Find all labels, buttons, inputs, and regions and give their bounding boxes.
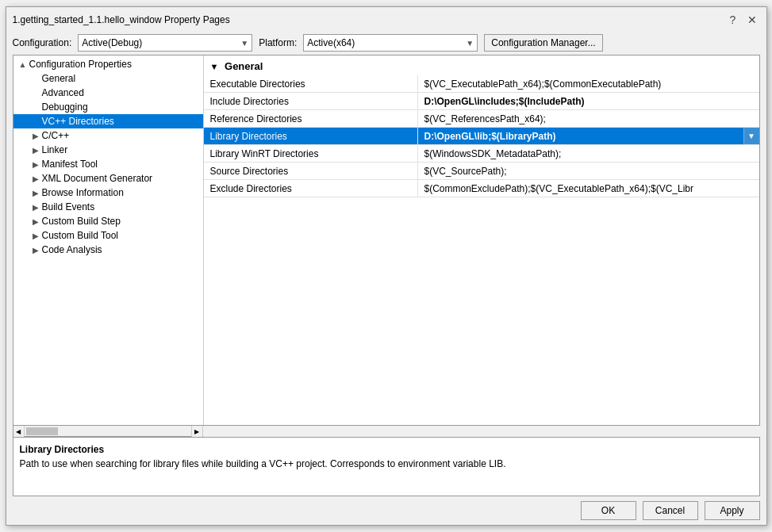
tree-label: C/C++ <box>42 130 70 141</box>
config-combo[interactable]: Active(Debug) ▼ <box>78 34 252 52</box>
apply-button[interactable]: Apply <box>705 501 760 520</box>
horiz-scrollbar[interactable] <box>25 426 191 436</box>
tree-item-custom-build-tool[interactable]: ▶ Custom Build Tool <box>13 228 203 243</box>
prop-row-exec-dirs[interactable]: Executable Directories $(VC_ExecutablePa… <box>204 75 759 93</box>
expand-icon: ▶ <box>29 160 42 169</box>
scroll-thumb <box>26 427 58 435</box>
main-content: ▲ Configuration Properties General Advan… <box>13 55 760 426</box>
prop-row-lib-winrt-dirs[interactable]: Library WinRT Directories $(WindowsSDK_M… <box>204 145 759 163</box>
prop-value-exclude-dirs: $(CommonExcludePath);$(VC_ExecutablePath… <box>418 180 759 197</box>
tree-label: VC++ Directories <box>42 116 114 127</box>
prop-row-include-dirs[interactable]: Include Directories D:\OpenGL\includes;$… <box>204 93 759 110</box>
tree-item-cpp[interactable]: ▶ C/C++ <box>13 128 203 143</box>
platform-arrow-icon: ▼ <box>466 39 474 48</box>
prop-value-ref-dirs: $(VC_ReferencesPath_x64); <box>418 110 759 127</box>
section-title: General <box>225 60 263 72</box>
cancel-button[interactable]: Cancel <box>643 501 698 520</box>
prop-value-lib-winrt-dirs: $(WindowsSDK_MetadataPath); <box>418 145 759 162</box>
expand-icon: ▶ <box>29 203 42 212</box>
tree-item-code-analysis[interactable]: ▶ Code Analysis <box>13 243 203 257</box>
expand-icon: ▶ <box>29 132 42 140</box>
tree-label: Custom Build Step <box>42 216 121 227</box>
title-buttons: ? ✕ <box>725 12 760 28</box>
close-button[interactable]: ✕ <box>744 12 760 28</box>
button-row: OK Cancel Apply <box>6 496 766 525</box>
scroll-left-btn[interactable]: ◀ <box>13 426 25 437</box>
tree: ▲ Configuration Properties General Advan… <box>13 57 203 257</box>
expand-icon: ▶ <box>29 174 42 183</box>
prop-value-lib-dirs: D:\OpenGL\lib;$(LibraryPath) ▼ <box>418 128 759 144</box>
properties-table: Executable Directories $(VC_ExecutablePa… <box>204 75 759 425</box>
tree-item-manifest-tool[interactable]: ▶ Manifest Tool <box>13 157 203 171</box>
tree-item-debugging[interactable]: Debugging <box>13 100 203 114</box>
expand-icon: ▶ <box>29 217 42 226</box>
ok-button[interactable]: OK <box>581 501 636 520</box>
tree-label: Browse Information <box>42 187 124 198</box>
properties-panel: ▼ General Executable Directories $(VC_Ex… <box>204 55 759 425</box>
prop-row-ref-dirs[interactable]: Reference Directories $(VC_ReferencesPat… <box>204 110 759 128</box>
tree-item-vc-directories[interactable]: VC++ Directories <box>13 114 203 128</box>
bottom-title: Library Directories <box>20 444 753 455</box>
expand-icon: ▶ <box>29 189 42 197</box>
bottom-description: Library Directories Path to use when sea… <box>13 437 760 496</box>
prop-name-include-dirs: Include Directories <box>204 93 418 109</box>
tree-item-browse-info[interactable]: ▶ Browse Information <box>13 186 203 200</box>
title-bar: 1.getting_started_1.1.hello_window Prope… <box>6 7 766 31</box>
tree-item-general[interactable]: General <box>13 71 203 86</box>
tree-label: XML Document Generator <box>42 173 153 184</box>
tree-item-custom-build-step[interactable]: ▶ Custom Build Step <box>13 214 203 228</box>
prop-value-include-dirs: D:\OpenGL\includes;$(IncludePath) <box>418 93 759 109</box>
left-scrollbar-area: ◀ ▶ <box>13 426 203 437</box>
config-manager-button[interactable]: Configuration Manager... <box>484 34 602 52</box>
prop-name-exclude-dirs: Exclude Directories <box>204 180 418 197</box>
bottom-desc: Path to use when searching for library f… <box>20 458 753 469</box>
tree-item-config-properties[interactable]: ▲ Configuration Properties <box>13 57 203 71</box>
tree-label: Manifest Tool <box>42 159 98 170</box>
scroll-right-btn[interactable]: ▶ <box>191 426 202 437</box>
expand-icon: ▶ <box>29 232 42 240</box>
expand-icon: ▶ <box>29 246 42 255</box>
config-label: Configuration: <box>13 37 72 48</box>
prop-row-exclude-dirs[interactable]: Exclude Directories $(CommonExcludePath)… <box>204 180 759 197</box>
prop-section-header: ▼ General <box>204 55 759 75</box>
prop-value-source-dirs: $(VC_SourcePath); <box>418 163 759 179</box>
expand-icon: ▶ <box>29 146 42 155</box>
platform-combo[interactable]: Active(x64) ▼ <box>303 34 478 52</box>
tree-label: Code Analysis <box>42 244 102 255</box>
tree-label: Debugging <box>42 101 88 113</box>
expand-icon: ▲ <box>17 60 29 69</box>
config-arrow-icon: ▼ <box>240 39 248 48</box>
prop-name-ref-dirs: Reference Directories <box>204 110 418 127</box>
tree-item-linker[interactable]: ▶ Linker <box>13 143 203 157</box>
toolbar: Configuration: Active(Debug) ▼ Platform:… <box>6 31 766 55</box>
tree-label: Advanced <box>42 87 84 98</box>
header-expand-icon: ▼ <box>210 62 219 71</box>
tree-label: Configuration Properties <box>29 59 132 70</box>
property-pages-dialog: 1.getting_started_1.1.hello_window Prope… <box>6 6 767 526</box>
dialog-title: 1.getting_started_1.1.hello_window Prope… <box>13 14 230 25</box>
prop-row-source-dirs[interactable]: Source Directories $(VC_SourcePath); <box>204 163 759 180</box>
prop-row-lib-dirs[interactable]: Library Directories D:\OpenGL\lib;$(Libr… <box>204 128 759 145</box>
help-button[interactable]: ? <box>725 12 741 28</box>
prop-value-exec-dirs: $(VC_ExecutablePath_x64);$(CommonExecuta… <box>418 75 759 92</box>
tree-panel: ▲ Configuration Properties General Advan… <box>13 55 204 425</box>
platform-value: Active(x64) <box>307 37 355 48</box>
tree-item-advanced[interactable]: Advanced <box>13 86 203 100</box>
prop-name-exec-dirs: Executable Directories <box>204 75 418 92</box>
prop-name-lib-dirs: Library Directories <box>204 128 418 144</box>
config-value: Active(Debug) <box>82 37 142 48</box>
platform-label: Platform: <box>259 37 297 48</box>
tree-item-build-events[interactable]: ▶ Build Events <box>13 200 203 214</box>
prop-name-source-dirs: Source Directories <box>204 163 418 179</box>
tree-item-xml-doc[interactable]: ▶ XML Document Generator <box>13 171 203 186</box>
lib-dirs-dropdown-icon[interactable]: ▼ <box>743 128 759 144</box>
tree-label: Linker <box>42 144 68 155</box>
tree-label: Build Events <box>42 201 95 212</box>
prop-name-lib-winrt-dirs: Library WinRT Directories <box>204 145 418 162</box>
tree-label: General <box>42 73 76 84</box>
tree-label: Custom Build Tool <box>42 230 119 241</box>
